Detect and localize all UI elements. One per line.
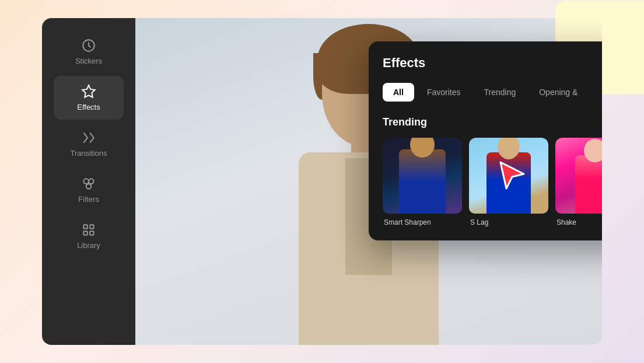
effect-card-smart-sharpen[interactable]: Smart Sharpen <box>383 138 462 226</box>
cursor-arrow <box>495 156 530 194</box>
tab-favorites[interactable]: Favorites <box>416 83 471 102</box>
preview-area: Effects All Favorites Trending Opening &… <box>135 18 602 345</box>
clock-icon <box>81 38 96 53</box>
mouse-cursor-icon <box>495 156 530 191</box>
star-icon <box>81 84 96 99</box>
effect-name-2: S Lag <box>469 218 548 226</box>
svg-point-2 <box>89 179 94 184</box>
sidebar-item-library[interactable]: Library <box>54 214 124 258</box>
effects-tabs: All Favorites Trending Opening & <box>383 82 602 102</box>
svg-rect-4 <box>83 225 88 229</box>
effects-panel: Effects All Favorites Trending Opening &… <box>369 41 602 240</box>
effects-grid: Smart Sharpen S Lag <box>383 138 602 226</box>
filters-icon <box>81 176 96 191</box>
svg-point-3 <box>86 184 92 189</box>
effect-thumb-1 <box>383 138 462 214</box>
tab-all[interactable]: All <box>383 83 414 102</box>
svg-rect-5 <box>90 225 94 229</box>
tab-trending[interactable]: Trending <box>473 83 526 102</box>
svg-rect-7 <box>90 231 94 235</box>
thumb-person-3 <box>575 155 602 214</box>
main-container: Stickers Effects Transitions Filters <box>42 18 602 345</box>
svg-rect-6 <box>83 231 88 235</box>
tab-opening[interactable]: Opening & <box>528 83 588 102</box>
sidebar-item-transitions[interactable]: Transitions <box>54 122 124 166</box>
sidebar-item-filters[interactable]: Filters <box>54 168 124 212</box>
effect-thumb-3 <box>555 138 602 214</box>
effect-name-3: Shake <box>555 218 602 226</box>
svg-marker-8 <box>501 162 524 189</box>
effects-panel-title: Effects <box>383 55 602 71</box>
library-icon <box>81 222 96 238</box>
transitions-icon <box>81 130 96 145</box>
svg-point-1 <box>83 179 89 184</box>
sidebar: Stickers Effects Transitions Filters <box>42 18 135 345</box>
trending-section-label: Trending <box>383 116 602 128</box>
thumb-person-1 <box>399 149 446 214</box>
sidebar-item-stickers[interactable]: Stickers <box>54 30 124 74</box>
effect-card-shake[interactable]: Shake <box>555 138 602 226</box>
sidebar-item-effects[interactable]: Effects <box>54 76 124 120</box>
effect-name-1: Smart Sharpen <box>383 218 462 226</box>
